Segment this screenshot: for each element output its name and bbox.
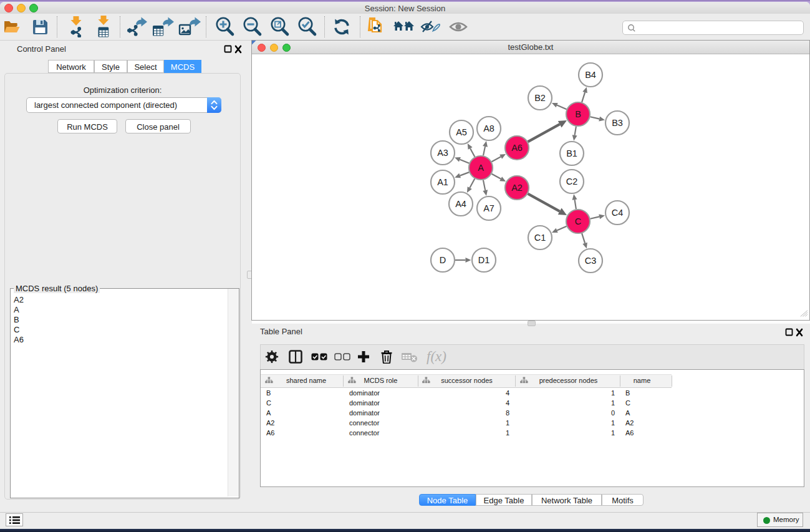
svg-text:C: C xyxy=(575,216,581,226)
svg-text:D1: D1 xyxy=(478,255,490,265)
svg-text:A3: A3 xyxy=(437,148,448,158)
svg-text:A1: A1 xyxy=(437,177,448,187)
svg-text:B: B xyxy=(575,109,581,119)
svg-text:B4: B4 xyxy=(585,70,596,80)
svg-text:A8: A8 xyxy=(483,123,494,133)
svg-text:D: D xyxy=(440,255,446,265)
svg-text:B2: B2 xyxy=(534,93,546,103)
svg-text:C4: C4 xyxy=(612,208,624,218)
svg-text:B1: B1 xyxy=(566,148,577,158)
svg-text:A5: A5 xyxy=(456,127,467,137)
svg-text:C3: C3 xyxy=(585,256,597,266)
svg-text:A7: A7 xyxy=(483,203,494,213)
svg-text:C2: C2 xyxy=(566,177,578,186)
svg-text:C1: C1 xyxy=(534,233,546,243)
svg-text:A4: A4 xyxy=(455,199,466,209)
svg-text:A6: A6 xyxy=(511,143,523,153)
svg-text:A2: A2 xyxy=(511,183,523,193)
svg-text:A: A xyxy=(478,163,484,173)
svg-text:B3: B3 xyxy=(612,118,623,128)
